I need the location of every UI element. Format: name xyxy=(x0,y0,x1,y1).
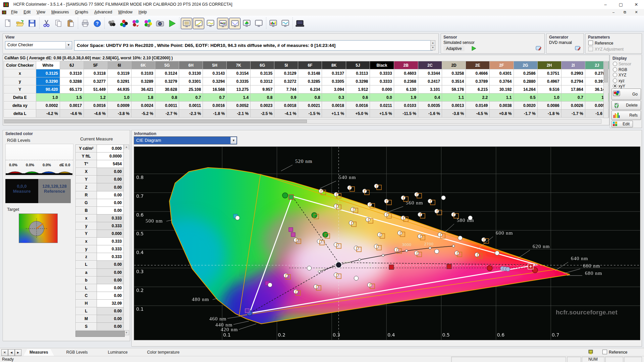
paste-button[interactable] xyxy=(65,18,76,29)
cell-delta xy-2G[interactable]: 0.0020 xyxy=(514,102,537,110)
cell-Y-2C[interactable]: 3.101 xyxy=(418,85,442,94)
cell-Delta E-6H[interactable]: 0.7 xyxy=(179,94,203,102)
cell-delta xy-Black[interactable]: 0.0211 xyxy=(370,102,394,110)
menu-advanced[interactable]: Advanced xyxy=(91,9,115,16)
cell-Y-6J[interactable]: 65.173 xyxy=(60,85,84,94)
cell-delta xy-6H[interactable]: 0.0011 xyxy=(179,102,203,110)
cell-Delta E-2H[interactable]: 1.0 xyxy=(537,94,561,102)
camera-button[interactable] xyxy=(154,18,166,29)
chevron-down-icon[interactable]: ▼ xyxy=(65,42,71,49)
sensor-run-icon[interactable] xyxy=(471,46,477,51)
cell-Y-Black[interactable]: 0.000 xyxy=(370,85,394,94)
cell-x-2F[interactable]: 0.4301 xyxy=(490,69,514,77)
cell-delta L-2H[interactable]: -1.8 % xyxy=(537,110,561,118)
chevron-down-icon[interactable]: ▼ xyxy=(230,137,236,144)
cie-diagram[interactable]: 0.10.20.30.40.50.60.70.10.20.30.40.50.60… xyxy=(134,146,640,340)
cell-delta L-2G[interactable]: -1.7 % xyxy=(514,110,537,118)
menu-window[interactable]: Window xyxy=(115,9,136,16)
cell-delta xy-2E[interactable]: 0.0149 xyxy=(466,102,490,110)
column-header-2G[interactable]: 2G xyxy=(514,61,537,69)
column-header-5I[interactable]: 5I xyxy=(274,61,298,69)
cell-delta xy-6F[interactable]: 0.0021 xyxy=(298,102,322,110)
sensor-arrow-button[interactable] xyxy=(130,18,142,29)
column-header-2H[interactable]: 2H xyxy=(537,61,561,69)
child-minimize-button[interactable]: – xyxy=(608,9,619,15)
cell-x-5F[interactable]: 0.3118 xyxy=(84,69,107,77)
cell-x-6K[interactable]: 0.3103 xyxy=(131,69,155,77)
cell-y-White[interactable]: 0.3290 xyxy=(36,77,60,85)
information-selector[interactable]: CIE Diagram ▼ xyxy=(134,136,237,144)
delete-button[interactable]: Delete xyxy=(611,101,641,110)
view-cie-button[interactable] xyxy=(241,18,253,29)
cell-x-2B[interactable]: 0.4603 xyxy=(394,69,418,77)
cell-x-2H[interactable]: 0.3751 xyxy=(537,69,561,77)
view-bluecurve-button[interactable] xyxy=(229,18,240,29)
radio-rgb[interactable]: RGB xyxy=(613,67,627,72)
cell-delta xy-6J[interactable]: 0.0017 xyxy=(60,102,84,110)
cell-Delta E-2I[interactable]: 0.7 xyxy=(561,94,585,102)
cell-x-6H[interactable]: 0.3130 xyxy=(179,69,203,77)
view-curve-button[interactable] xyxy=(205,18,216,29)
current-measure-table[interactable]: Y cd/m²0.000Y ftL0.0000T°5454X0.00Y0.00Z… xyxy=(75,144,124,330)
cell-x-5I[interactable]: 0.3129 xyxy=(274,69,298,77)
cell-delta L-5H[interactable]: -1.8 % xyxy=(203,110,227,118)
cell-delta L-White[interactable]: -4.2 % xyxy=(36,110,60,118)
scrollbar-thumb[interactable] xyxy=(604,62,608,82)
cell-y-5J[interactable]: 0.3298 xyxy=(346,77,370,85)
tab-rgb-levels[interactable]: RGB Levels xyxy=(60,349,94,356)
cell-Y-2G[interactable]: 14.264 xyxy=(514,85,537,94)
cell-y-6G[interactable]: 0.3312 xyxy=(251,77,274,85)
sensor-cluster-button[interactable] xyxy=(142,18,154,29)
radio-xyz[interactable]: XYZ xyxy=(613,73,626,78)
column-header-2D[interactable]: 2D xyxy=(442,61,466,69)
info-spinner[interactable]: ▲ ▼ xyxy=(430,40,435,50)
new-document-button[interactable] xyxy=(2,18,14,29)
cell-y-5H[interactable]: 0.3294 xyxy=(203,77,227,85)
tab-prev-button[interactable]: ◄ xyxy=(8,349,15,356)
cell-Y-2H[interactable]: 9.516 xyxy=(537,85,561,94)
save-button[interactable] xyxy=(26,18,38,29)
cell-delta xy-2B[interactable]: 0.0103 xyxy=(394,102,418,110)
cell-Y-8K[interactable]: 3.094 xyxy=(322,85,346,94)
cell-delta xy-7K[interactable]: 0.0052 xyxy=(227,102,251,110)
menu-edit[interactable]: Edit xyxy=(20,9,34,16)
cell-delta xy-5G[interactable]: 0.0011 xyxy=(155,102,179,110)
cell-Y-6K[interactable]: 36.421 xyxy=(131,85,155,94)
cell-Delta E-2G[interactable]: 0.5 xyxy=(514,94,537,102)
cell-delta L-6G[interactable]: -2.5 % xyxy=(251,110,274,118)
tab-color-temperature[interactable]: Color temperature xyxy=(141,349,185,356)
cell-delta L-Black[interactable]: +1.5 % xyxy=(370,110,394,118)
cell-delta xy-6I[interactable]: 0.0009 xyxy=(107,102,131,110)
column-header-6F[interactable]: 6F xyxy=(298,61,322,69)
view-rgb-button[interactable] xyxy=(217,18,228,29)
cell-delta L-6J[interactable]: -4.6 % xyxy=(60,110,84,118)
checkbox-icon[interactable] xyxy=(588,41,593,45)
cell-y-Black[interactable]: 0.3333 xyxy=(370,77,394,85)
cell-Delta E-6I[interactable]: 1.0 xyxy=(107,94,131,102)
column-header-5G[interactable]: 5G xyxy=(155,61,179,69)
cell-Y-6F[interactable]: 6.234 xyxy=(298,85,322,94)
cell-y-5G[interactable]: 0.3279 xyxy=(155,77,179,85)
column-header-2I[interactable]: 2I xyxy=(561,61,585,69)
cell-Delta E-5I[interactable]: 0.9 xyxy=(274,94,298,102)
cell-Delta E-8K[interactable]: 0.3 xyxy=(322,94,346,102)
edit-button[interactable]: Edit xyxy=(611,121,633,127)
cell-y-6I[interactable]: 0.3291 xyxy=(107,77,131,85)
column-header-6H[interactable]: 6H xyxy=(179,61,203,69)
cell-Delta E-5J[interactable]: 0.6 xyxy=(346,94,370,102)
menu-graphs[interactable]: Graphs xyxy=(72,9,91,16)
cell-delta L-6F[interactable]: -1.5 % xyxy=(298,110,322,118)
cell-Delta E-6J[interactable]: 1.5 xyxy=(60,94,84,102)
table-vertical-scrollbar[interactable] xyxy=(603,61,608,118)
cell-Delta E-7K[interactable]: 1.4 xyxy=(227,94,251,102)
column-header-7K[interactable]: 7K xyxy=(227,61,251,69)
cut-button[interactable] xyxy=(41,18,52,29)
column-header-5J[interactable]: 5J xyxy=(346,61,370,69)
cell-delta L-2D[interactable]: -3.8 % xyxy=(442,110,466,118)
cell-y-2H[interactable]: 0.4967 xyxy=(537,77,561,85)
cell-y-6F[interactable]: 0.3285 xyxy=(298,77,322,85)
cell-Delta E-White[interactable]: 1.0 xyxy=(36,94,60,102)
table-horizontal-scrollbar[interactable] xyxy=(4,119,601,124)
cell-Y-2E[interactable]: 6.215 xyxy=(466,85,490,94)
cell-delta xy-8K[interactable]: 0.0018 xyxy=(322,102,346,110)
